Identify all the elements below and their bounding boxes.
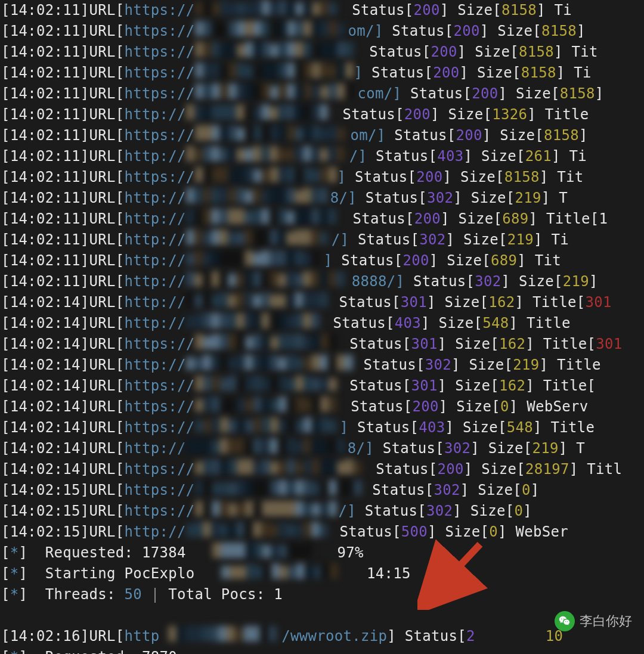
svg-rect-356 — [212, 417, 220, 433]
svg-rect-210 — [286, 232, 295, 245]
svg-rect-494 — [202, 626, 210, 641]
svg-rect-251 — [194, 295, 203, 308]
size-label: Size — [478, 482, 513, 498]
svg-rect-353 — [329, 396, 337, 412]
scan-output-line: [14:02:11]URL[https://om/] Status[200] S… — [1, 125, 643, 146]
svg-rect-141 — [303, 146, 311, 162]
redacted-block — [195, 83, 358, 105]
svg-rect-154 — [262, 169, 270, 182]
svg-rect-492 — [185, 626, 193, 641]
svg-rect-310 — [270, 355, 278, 370]
svg-rect-26 — [270, 21, 278, 36]
threads-count: 50 — [125, 586, 143, 603]
url-scheme: http:// — [125, 148, 186, 165]
svg-rect-389 — [336, 438, 345, 454]
url-scheme: http:// — [125, 357, 186, 373]
svg-rect-344 — [253, 396, 262, 412]
svg-rect-121 — [295, 128, 304, 141]
url-label: URL — [89, 210, 116, 227]
svg-rect-64 — [278, 63, 287, 78]
svg-rect-292 — [270, 336, 278, 349]
svg-rect-165 — [203, 188, 211, 203]
scan-output-line: [14:02:11]URL[http://8/] Status[302] Siz… — [1, 188, 643, 209]
scan-output-line: [14:02:14]URL[https://] Status[403] Size… — [1, 417, 643, 438]
svg-rect-197 — [328, 209, 336, 224]
svg-rect-247 — [320, 271, 328, 287]
svg-rect-227 — [286, 250, 295, 266]
scan-output-line: [14:02:11]URL[http://8888/] Status[302] … — [1, 271, 643, 292]
svg-rect-134 — [244, 148, 253, 162]
svg-rect-374 — [211, 441, 219, 454]
svg-rect-129 — [203, 146, 211, 162]
status-code: 200 — [403, 252, 429, 269]
svg-rect-334 — [312, 378, 320, 391]
svg-rect-143 — [320, 148, 328, 162]
svg-rect-379 — [253, 438, 261, 454]
svg-rect-45 — [278, 42, 287, 57]
svg-rect-309 — [261, 355, 270, 370]
svg-rect-315 — [311, 355, 320, 370]
svg-rect-393 — [220, 461, 228, 475]
svg-rect-156 — [278, 167, 287, 182]
svg-rect-115 — [245, 125, 253, 141]
redacted-block — [221, 563, 340, 585]
finding-scheme: http — [125, 628, 160, 644]
svg-rect-151 — [237, 167, 245, 182]
svg-rect-394 — [228, 459, 237, 475]
svg-rect-55 — [203, 63, 212, 78]
svg-rect-119 — [278, 125, 287, 141]
svg-rect-365 — [287, 417, 295, 433]
svg-rect-41 — [245, 42, 253, 57]
redacted-block — [186, 522, 331, 543]
svg-rect-31 — [312, 21, 320, 36]
svg-rect-438 — [262, 501, 270, 516]
redacted-block — [195, 21, 348, 42]
svg-rect-462 — [311, 522, 320, 537]
timestamp: 14:02:11 — [10, 44, 80, 60]
status-code: 301 — [411, 336, 438, 352]
svg-rect-164 — [194, 188, 203, 203]
size-label: Size — [459, 210, 494, 227]
svg-rect-235 — [219, 271, 228, 287]
svg-rect-302 — [203, 355, 211, 370]
svg-rect-424 — [312, 482, 320, 495]
svg-rect-399 — [270, 461, 278, 475]
requested-count-2: 7870 — [142, 649, 177, 654]
url-label: URL — [89, 482, 116, 498]
redacted-block — [195, 501, 339, 522]
svg-rect-186 — [236, 209, 244, 224]
svg-rect-22 — [237, 21, 245, 36]
svg-rect-249 — [336, 271, 345, 287]
svg-rect-449 — [203, 522, 211, 537]
size-label: Size — [500, 127, 535, 144]
status-label: Status — [355, 169, 408, 185]
scan-output-line: [14:02:11]URL[https:// Status[200] Size[… — [1, 0, 643, 21]
svg-rect-157 — [287, 167, 295, 182]
svg-rect-321 — [203, 376, 212, 391]
svg-rect-133 — [236, 148, 244, 162]
svg-rect-381 — [270, 438, 278, 454]
svg-rect-402 — [295, 461, 304, 475]
svg-rect-180 — [186, 209, 194, 224]
svg-rect-377 — [236, 438, 244, 454]
svg-rect-181 — [194, 211, 203, 224]
status-code: 403 — [419, 419, 445, 436]
size-value: 548 — [507, 419, 533, 436]
redacted-block — [168, 626, 281, 647]
svg-rect-33 — [329, 21, 337, 36]
svg-rect-191 — [278, 209, 286, 224]
svg-rect-70 — [329, 65, 337, 78]
svg-rect-395 — [237, 459, 245, 475]
total-pocs: 1 — [274, 586, 283, 603]
svg-rect-435 — [237, 503, 245, 516]
svg-rect-244 — [295, 274, 303, 287]
svg-rect-258 — [253, 295, 261, 308]
svg-rect-159 — [304, 167, 312, 182]
svg-rect-469 — [254, 543, 262, 558]
svg-rect-71 — [337, 63, 345, 78]
svg-rect-101 — [261, 104, 270, 120]
size-label: Size — [455, 377, 490, 394]
svg-rect-110 — [203, 125, 212, 141]
svg-rect-396 — [245, 459, 253, 475]
svg-rect-120 — [287, 125, 295, 141]
